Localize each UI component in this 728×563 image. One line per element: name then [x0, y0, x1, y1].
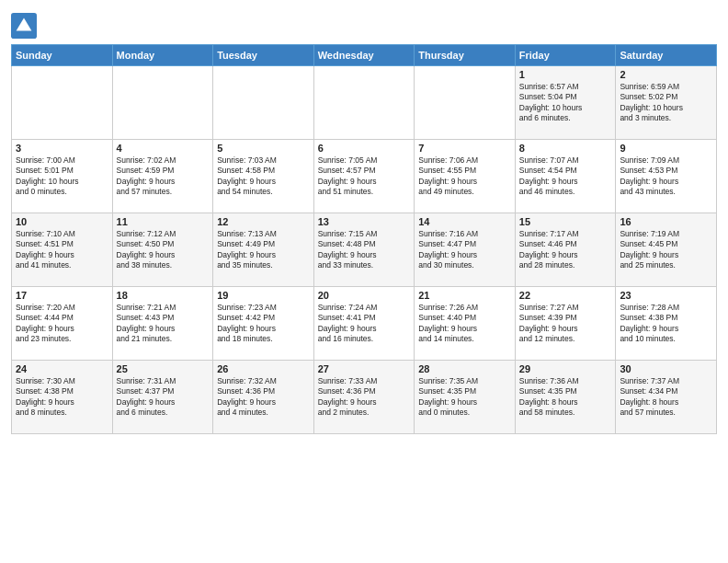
day-info: Sunrise: 7:23 AM Sunset: 4:42 PM Dayligh… — [217, 303, 310, 345]
day-info: Sunrise: 7:00 AM Sunset: 5:01 PM Dayligh… — [16, 155, 108, 198]
day-info: Sunrise: 7:32 AM Sunset: 4:36 PM Dayligh… — [217, 376, 310, 419]
calendar-header: SundayMondayTuesdayWednesdayThursdayFrid… — [12, 45, 717, 66]
day-info: Sunrise: 7:26 AM Sunset: 4:40 PM Dayligh… — [418, 303, 511, 345]
day-number: 19 — [217, 290, 310, 301]
day-info: Sunrise: 7:30 AM Sunset: 4:38 PM Dayligh… — [16, 376, 108, 419]
day-info: Sunrise: 7:12 AM Sunset: 4:50 PM Dayligh… — [117, 229, 210, 271]
header-friday: Friday — [515, 45, 616, 66]
day-info: Sunrise: 6:59 AM Sunset: 5:02 PM Dayligh… — [620, 82, 712, 124]
day-info: Sunrise: 7:07 AM Sunset: 4:54 PM Dayligh… — [519, 155, 612, 198]
header-tuesday: Tuesday — [213, 45, 314, 66]
day-number: 11 — [117, 216, 210, 227]
calendar-cell: 1Sunrise: 6:57 AM Sunset: 5:04 PM Daylig… — [515, 66, 616, 140]
logo-icon — [11, 13, 37, 39]
day-number: 5 — [217, 143, 310, 154]
week-row-0: 1Sunrise: 6:57 AM Sunset: 5:04 PM Daylig… — [12, 66, 717, 140]
day-info: Sunrise: 7:09 AM Sunset: 4:53 PM Dayligh… — [620, 155, 712, 198]
week-row-1: 3Sunrise: 7:00 AM Sunset: 5:01 PM Daylig… — [12, 140, 717, 213]
calendar-cell: 25Sunrise: 7:31 AM Sunset: 4:37 PM Dayli… — [112, 361, 213, 434]
calendar-body: 1Sunrise: 6:57 AM Sunset: 5:04 PM Daylig… — [12, 66, 717, 434]
day-number: 15 — [519, 216, 612, 227]
day-info: Sunrise: 7:15 AM Sunset: 4:48 PM Dayligh… — [318, 229, 411, 271]
day-info: Sunrise: 7:36 AM Sunset: 4:35 PM Dayligh… — [519, 376, 612, 419]
calendar-cell: 10Sunrise: 7:10 AM Sunset: 4:51 PM Dayli… — [12, 213, 113, 287]
day-number: 7 — [418, 143, 511, 154]
day-info: Sunrise: 7:03 AM Sunset: 4:58 PM Dayligh… — [217, 155, 310, 198]
calendar-cell: 20Sunrise: 7:24 AM Sunset: 4:41 PM Dayli… — [313, 287, 415, 361]
calendar-cell: 9Sunrise: 7:09 AM Sunset: 4:53 PM Daylig… — [616, 140, 717, 213]
day-number: 23 — [620, 290, 712, 301]
day-info: Sunrise: 7:17 AM Sunset: 4:46 PM Dayligh… — [519, 229, 612, 271]
header-wednesday: Wednesday — [313, 45, 415, 66]
calendar-cell — [112, 66, 213, 140]
day-info: Sunrise: 7:37 AM Sunset: 4:34 PM Dayligh… — [620, 376, 712, 419]
calendar-cell: 29Sunrise: 7:36 AM Sunset: 4:35 PM Dayli… — [515, 361, 616, 434]
day-number: 1 — [519, 69, 612, 80]
calendar-cell: 5Sunrise: 7:03 AM Sunset: 4:58 PM Daylig… — [213, 140, 314, 213]
calendar-cell — [313, 66, 415, 140]
calendar-cell: 14Sunrise: 7:16 AM Sunset: 4:47 PM Dayli… — [415, 213, 516, 287]
day-info: Sunrise: 7:21 AM Sunset: 4:43 PM Dayligh… — [117, 303, 210, 345]
calendar-cell: 21Sunrise: 7:26 AM Sunset: 4:40 PM Dayli… — [415, 287, 516, 361]
day-info: Sunrise: 7:16 AM Sunset: 4:47 PM Dayligh… — [418, 229, 511, 271]
calendar-cell: 18Sunrise: 7:21 AM Sunset: 4:43 PM Dayli… — [112, 287, 213, 361]
calendar-cell: 22Sunrise: 7:27 AM Sunset: 4:39 PM Dayli… — [515, 287, 616, 361]
calendar-cell: 28Sunrise: 7:35 AM Sunset: 4:35 PM Dayli… — [415, 361, 516, 434]
page-container: SundayMondayTuesdayWednesdayThursdayFrid… — [0, 0, 728, 443]
day-number: 17 — [16, 290, 108, 301]
day-number: 24 — [16, 363, 108, 374]
calendar-cell: 13Sunrise: 7:15 AM Sunset: 4:48 PM Dayli… — [313, 213, 415, 287]
day-number: 13 — [318, 216, 411, 227]
header-saturday: Saturday — [616, 45, 717, 66]
day-info: Sunrise: 7:05 AM Sunset: 4:57 PM Dayligh… — [318, 155, 411, 198]
calendar-cell: 26Sunrise: 7:32 AM Sunset: 4:36 PM Dayli… — [213, 361, 314, 434]
calendar-cell: 2Sunrise: 6:59 AM Sunset: 5:02 PM Daylig… — [616, 66, 717, 140]
calendar-table: SundayMondayTuesdayWednesdayThursdayFrid… — [11, 44, 717, 434]
calendar-cell: 23Sunrise: 7:28 AM Sunset: 4:38 PM Dayli… — [616, 287, 717, 361]
calendar-cell: 4Sunrise: 7:02 AM Sunset: 4:59 PM Daylig… — [112, 140, 213, 213]
day-number: 29 — [519, 363, 612, 374]
day-info: Sunrise: 7:27 AM Sunset: 4:39 PM Dayligh… — [519, 303, 612, 345]
calendar-cell: 30Sunrise: 7:37 AM Sunset: 4:34 PM Dayli… — [616, 361, 717, 434]
header-monday: Monday — [112, 45, 213, 66]
calendar-cell: 11Sunrise: 7:12 AM Sunset: 4:50 PM Dayli… — [112, 213, 213, 287]
day-number: 28 — [418, 363, 511, 374]
day-number: 20 — [318, 290, 411, 301]
header-thursday: Thursday — [415, 45, 516, 66]
day-info: Sunrise: 7:19 AM Sunset: 4:45 PM Dayligh… — [620, 229, 712, 271]
day-info: Sunrise: 7:33 AM Sunset: 4:36 PM Dayligh… — [318, 376, 411, 419]
day-number: 14 — [418, 216, 511, 227]
calendar-cell: 6Sunrise: 7:05 AM Sunset: 4:57 PM Daylig… — [313, 140, 415, 213]
calendar-cell: 19Sunrise: 7:23 AM Sunset: 4:42 PM Dayli… — [213, 287, 314, 361]
calendar-cell: 16Sunrise: 7:19 AM Sunset: 4:45 PM Dayli… — [616, 213, 717, 287]
calendar-cell — [12, 66, 113, 140]
calendar-cell — [213, 66, 314, 140]
calendar-cell: 17Sunrise: 7:20 AM Sunset: 4:44 PM Dayli… — [12, 287, 113, 361]
day-number: 27 — [318, 363, 411, 374]
day-info: Sunrise: 7:24 AM Sunset: 4:41 PM Dayligh… — [318, 303, 411, 345]
calendar-cell: 8Sunrise: 7:07 AM Sunset: 4:54 PM Daylig… — [515, 140, 616, 213]
day-info: Sunrise: 7:35 AM Sunset: 4:35 PM Dayligh… — [418, 376, 511, 419]
calendar-cell: 3Sunrise: 7:00 AM Sunset: 5:01 PM Daylig… — [12, 140, 113, 213]
day-info: Sunrise: 7:02 AM Sunset: 4:59 PM Dayligh… — [117, 155, 210, 198]
calendar-cell: 24Sunrise: 7:30 AM Sunset: 4:38 PM Dayli… — [12, 361, 113, 434]
day-number: 4 — [117, 143, 210, 154]
calendar-cell: 12Sunrise: 7:13 AM Sunset: 4:49 PM Dayli… — [213, 213, 314, 287]
week-row-4: 24Sunrise: 7:30 AM Sunset: 4:38 PM Dayli… — [12, 361, 717, 434]
header-sunday: Sunday — [12, 45, 113, 66]
day-info: Sunrise: 7:10 AM Sunset: 4:51 PM Dayligh… — [16, 229, 108, 271]
day-number: 21 — [418, 290, 511, 301]
day-number: 25 — [117, 363, 210, 374]
day-number: 6 — [318, 143, 411, 154]
day-number: 26 — [217, 363, 310, 374]
logo — [11, 13, 39, 39]
day-info: Sunrise: 7:06 AM Sunset: 4:55 PM Dayligh… — [418, 155, 511, 198]
day-info: Sunrise: 7:31 AM Sunset: 4:37 PM Dayligh… — [117, 376, 210, 419]
day-number: 10 — [16, 216, 108, 227]
day-number: 3 — [16, 143, 108, 154]
day-number: 12 — [217, 216, 310, 227]
calendar-cell — [415, 66, 516, 140]
header-area — [11, 9, 717, 39]
day-number: 30 — [620, 363, 712, 374]
week-row-3: 17Sunrise: 7:20 AM Sunset: 4:44 PM Dayli… — [12, 287, 717, 361]
